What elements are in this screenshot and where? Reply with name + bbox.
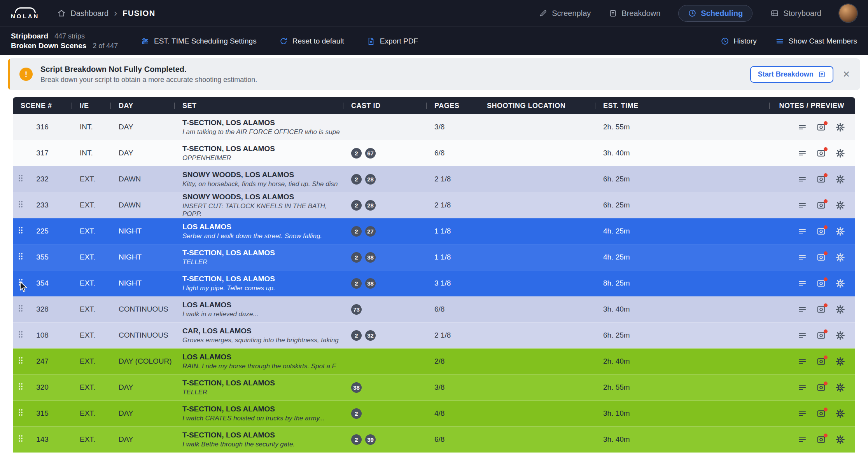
start-breakdown-button[interactable]: Start Breakdown: [750, 66, 833, 83]
drag-handle-icon[interactable]: [18, 279, 23, 288]
est-time-value: 3h. 40m: [603, 149, 630, 157]
notes-icon[interactable]: [798, 409, 807, 418]
history-button[interactable]: History: [721, 37, 757, 45]
reset-default-button[interactable]: Reset to default: [279, 37, 344, 45]
notes-icon[interactable]: [798, 435, 807, 444]
nav-storyboard[interactable]: Storyboard: [770, 9, 821, 18]
table-row[interactable]: 317 INT. DAY T-SECTION, LOS ALAMOS OPPEN…: [13, 140, 855, 166]
table-row[interactable]: 247 EXT. DAY (COLOUR) LOS ALAMOS RAIN. I…: [13, 348, 855, 375]
drag-handle-icon[interactable]: [18, 435, 23, 444]
settings-gear-icon[interactable]: [835, 409, 845, 418]
table-row[interactable]: 225 EXT. NIGHT LOS ALAMOS Serber and I w…: [13, 218, 855, 244]
preview-icon[interactable]: [816, 409, 826, 418]
column-header-location[interactable]: SHOOTING LOCATION: [479, 97, 595, 114]
nav-scheduling[interactable]: Scheduling: [678, 5, 752, 22]
column-header-scene[interactable]: SCENE #: [13, 97, 72, 114]
table-row[interactable]: 315 EXT. DAY T-SECTION, LOS ALAMOS I wat…: [13, 401, 855, 427]
table-row[interactable]: 233 EXT. DAWN SNOWY WOODS, LOS ALAMOS IN…: [13, 192, 855, 218]
settings-gear-icon[interactable]: [835, 148, 845, 158]
settings-gear-icon[interactable]: [835, 200, 845, 210]
settings-gear-icon[interactable]: [835, 122, 845, 132]
column-header-day[interactable]: DAY: [111, 97, 175, 114]
notes-icon[interactable]: [798, 226, 807, 236]
preview-icon[interactable]: [816, 174, 826, 184]
pages-value: 1 1/8: [434, 253, 451, 261]
preview-icon[interactable]: [816, 253, 826, 262]
notes-icon[interactable]: [798, 200, 807, 210]
set-name: SNOWY WOODS, LOS ALAMOS: [182, 171, 294, 179]
table-row[interactable]: 232 EXT. DAWN SNOWY WOODS, LOS ALAMOS Ki…: [13, 166, 855, 192]
preview-icon[interactable]: [816, 357, 826, 366]
drag-handle-icon[interactable]: [18, 253, 23, 262]
settings-gear-icon[interactable]: [835, 279, 845, 288]
breadcrumb-dashboard[interactable]: Dashboard: [70, 9, 108, 18]
preview-icon[interactable]: [816, 305, 826, 314]
notes-icon[interactable]: [798, 148, 807, 158]
settings-gear-icon[interactable]: [835, 174, 845, 184]
preview-icon[interactable]: [816, 383, 826, 392]
notes-icon[interactable]: [798, 279, 807, 288]
est-time-settings-button[interactable]: EST. TIME Scheduling Settings: [141, 37, 257, 45]
drag-handle-icon[interactable]: [18, 200, 23, 210]
notes-icon[interactable]: [798, 357, 807, 366]
drag-handle-icon[interactable]: [18, 226, 23, 236]
settings-gear-icon[interactable]: [835, 331, 845, 340]
settings-gear-icon[interactable]: [835, 226, 845, 236]
settings-gear-icon[interactable]: [835, 253, 845, 262]
chevron-right-icon: ›: [114, 9, 117, 18]
nav-screenplay[interactable]: Screenplay: [539, 9, 591, 18]
cast-id-badge: 73: [351, 304, 362, 315]
preview-icon[interactable]: [816, 331, 826, 340]
day-value: CONTINUOUS: [119, 331, 168, 340]
show-cast-members-button[interactable]: Show Cast Members: [775, 37, 857, 45]
breadcrumb-project[interactable]: FUSION: [122, 9, 156, 18]
cast-badges: 227: [343, 218, 427, 244]
banner-close-icon[interactable]: ✕: [843, 70, 850, 79]
preview-icon[interactable]: [816, 226, 826, 236]
column-header-est-time[interactable]: EST. TIME: [595, 97, 770, 114]
notes-icon[interactable]: [798, 305, 807, 314]
column-header-pages[interactable]: PAGES: [427, 97, 479, 114]
notes-icon[interactable]: [798, 331, 807, 340]
column-header-set[interactable]: SET: [175, 97, 343, 114]
drag-handle-icon[interactable]: [18, 383, 23, 392]
drag-handle-icon[interactable]: [18, 305, 23, 314]
table-row[interactable]: 316 INT. DAY T-SECTION, LOS ALAMOS I am …: [13, 114, 855, 140]
settings-gear-icon[interactable]: [835, 357, 845, 366]
table-row[interactable]: 108 EXT. CONTINUOUS CAR, LOS ALAMOS Grov…: [13, 322, 855, 348]
preview-icon[interactable]: [816, 148, 826, 158]
settings-gear-icon[interactable]: [835, 305, 845, 314]
drag-handle-icon[interactable]: [18, 174, 23, 184]
day-value: DAY: [119, 149, 133, 157]
drag-handle-icon[interactable]: [18, 357, 23, 366]
notes-icon[interactable]: [798, 383, 807, 392]
list-icon: [775, 37, 784, 45]
column-header-notes[interactable]: NOTES / PREVIEW: [770, 97, 855, 114]
table-row[interactable]: 354 EXT. NIGHT T-SECTION, LOS ALAMOS I l…: [13, 270, 855, 296]
preview-icon[interactable]: [816, 122, 826, 132]
preview-icon[interactable]: [816, 200, 826, 210]
set-name: T-SECTION, LOS ALAMOS: [182, 379, 275, 387]
user-avatar[interactable]: [839, 4, 857, 22]
table-row[interactable]: 328 EXT. CONTINUOUS LOS ALAMOS I walk in…: [13, 296, 855, 322]
column-header-ie[interactable]: I/E: [72, 97, 111, 114]
notes-icon[interactable]: [798, 174, 807, 184]
preview-icon[interactable]: [816, 435, 826, 444]
preview-icon[interactable]: [816, 279, 826, 288]
notes-icon[interactable]: [798, 253, 807, 262]
export-pdf-button[interactable]: Export PDF: [367, 37, 418, 45]
broken-scenes-label: Broken Down Scenes: [11, 42, 86, 50]
drag-handle-icon[interactable]: [18, 409, 23, 418]
nav-item-label: Screenplay: [552, 9, 591, 18]
table-row[interactable]: 320 EXT. DAY T-SECTION, LOS ALAMOS TELLE…: [13, 375, 855, 401]
home-icon[interactable]: [57, 9, 66, 17]
settings-gear-icon[interactable]: [835, 435, 845, 444]
table-row[interactable]: 143 EXT. DAY T-SECTION, LOS ALAMOS I wal…: [13, 427, 855, 453]
column-header-cast[interactable]: CAST ID: [343, 97, 427, 114]
nav-breakdown[interactable]: Breakdown: [609, 9, 660, 18]
drag-handle-icon[interactable]: [18, 331, 23, 340]
nolan-logo[interactable]: NOLAN: [11, 7, 39, 19]
settings-gear-icon[interactable]: [835, 383, 845, 392]
notes-icon[interactable]: [798, 122, 807, 132]
table-row[interactable]: 355 EXT. NIGHT T-SECTION, LOS ALAMOS TEL…: [13, 244, 855, 270]
